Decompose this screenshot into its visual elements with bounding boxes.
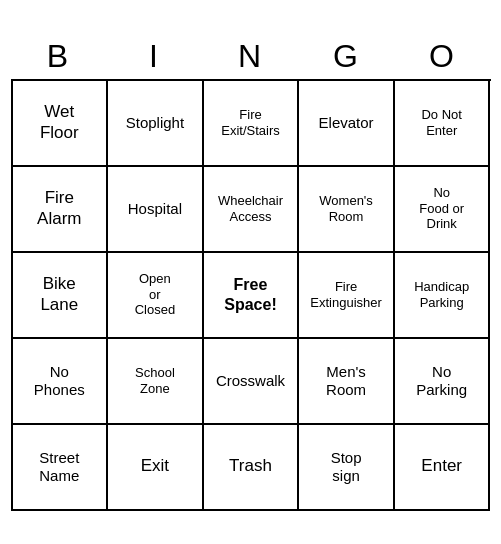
header-letter: B [11,34,107,79]
bingo-cell: Street Name [13,425,109,511]
bingo-cell: Hospital [108,167,204,253]
bingo-grid: Wet FloorStoplightFire Exit/StairsElevat… [11,79,491,511]
bingo-cell: School Zone [108,339,204,425]
bingo-cell: Bike Lane [13,253,109,339]
bingo-cell: Exit [108,425,204,511]
header-letter: N [203,34,299,79]
header-letter: I [107,34,203,79]
header-letter: O [395,34,491,79]
bingo-card: BINGO Wet FloorStoplightFire Exit/Stairs… [11,34,491,511]
bingo-cell: Fire Exit/Stairs [204,81,300,167]
bingo-cell: Crosswalk [204,339,300,425]
bingo-cell: Open or Closed [108,253,204,339]
bingo-cell: No Parking [395,339,491,425]
bingo-cell: Women's Room [299,167,395,253]
bingo-cell: Trash [204,425,300,511]
bingo-cell: Men's Room [299,339,395,425]
header-letter: G [299,34,395,79]
bingo-cell: Stoplight [108,81,204,167]
bingo-cell: Wet Floor [13,81,109,167]
bingo-cell: Handicap Parking [395,253,491,339]
bingo-cell: Free Space! [204,253,300,339]
bingo-cell: Fire Alarm [13,167,109,253]
bingo-cell: Stop sign [299,425,395,511]
bingo-cell: Do Not Enter [395,81,491,167]
bingo-cell: Elevator [299,81,395,167]
bingo-cell: No Phones [13,339,109,425]
bingo-header: BINGO [11,34,491,79]
bingo-cell: Fire Extinguisher [299,253,395,339]
bingo-cell: Wheelchair Access [204,167,300,253]
bingo-cell: No Food or Drink [395,167,491,253]
bingo-cell: Enter [395,425,491,511]
